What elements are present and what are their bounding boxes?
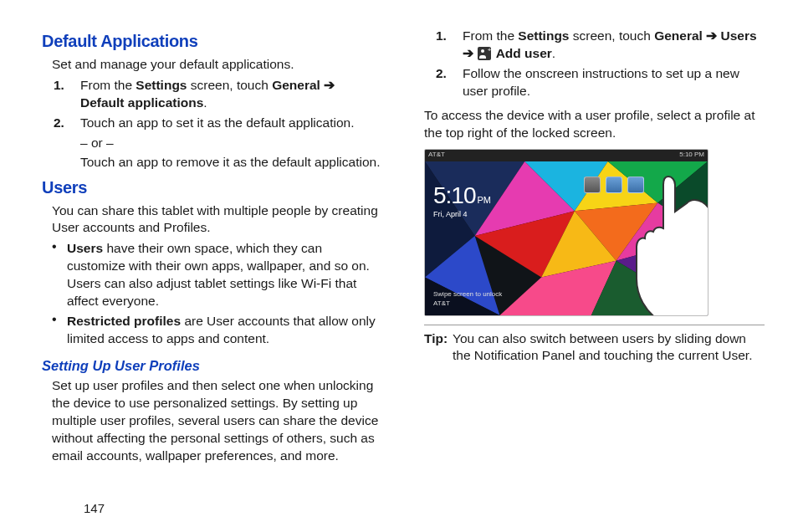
bold-restricted: Restricted profiles (67, 314, 181, 328)
arrow-icon: ➔ (324, 78, 335, 92)
arrow-icon: ➔ (706, 28, 717, 43)
clock-pm: PM (478, 195, 492, 205)
tip-block: Tip: You can also switch between users b… (424, 330, 765, 366)
bold-general: General (272, 78, 320, 92)
bullet-dot: • (52, 240, 67, 310)
step-number: 1. (54, 77, 80, 112)
bullet-body: Users have their own space, which they c… (67, 240, 382, 310)
or-separator: – or – (80, 135, 382, 152)
left-column: Default Applications Set and manage your… (42, 25, 382, 524)
step-number: 2. (54, 115, 80, 132)
step-2-adduser: 2. Follow the onscreen instructions to s… (436, 65, 765, 100)
step-number: 1. (436, 28, 463, 63)
step-2-alt: Touch an app to remove it as the default… (80, 154, 382, 171)
bold-settings: Settings (136, 78, 187, 92)
bold-users: Users (721, 28, 757, 43)
period: . (203, 95, 207, 110)
status-time: 5:10 PM (679, 151, 704, 160)
bold-settings: Settings (518, 28, 569, 43)
arrow-icon: ➔ (463, 46, 473, 60)
pointing-hand-icon (620, 170, 708, 316)
intro-profiles: Set up user profiles and then select one… (42, 377, 382, 465)
text: have their own space, which they can cus… (67, 241, 370, 308)
status-bar: AT&T 5:10 PM (425, 150, 708, 161)
bold-general: General (654, 28, 703, 43)
bold-add-user: Add user (496, 46, 552, 60)
text: screen, touch (187, 78, 272, 92)
step-1-default: 1. From the Settings screen, touch Gener… (54, 77, 382, 112)
heading-setting-up-profiles: Setting Up User Profiles (42, 356, 382, 375)
add-user-icon: + (478, 47, 491, 60)
period: . (552, 46, 555, 60)
page-number: 147 (84, 500, 105, 517)
text: From the (463, 28, 518, 43)
lockscreen-figure: AT&T 5:10 PM (424, 149, 708, 316)
step-body: Touch an app to set it as the default ap… (80, 115, 382, 132)
text: From the (80, 78, 136, 92)
bullet-body: Restricted profiles are User accounts th… (67, 313, 382, 348)
step-body: From the Settings screen, touch General … (463, 28, 765, 63)
step-number: 2. (436, 65, 463, 100)
heading-default-applications: Default Applications (42, 30, 382, 53)
carrier-label: AT&T (428, 151, 445, 160)
avatar-owner (584, 176, 601, 193)
intro-default-apps: Set and manage your default applications… (42, 56, 382, 74)
bold-users: Users (67, 241, 103, 255)
step-2-default: 2. Touch an app to set it as the default… (54, 115, 382, 132)
bold-default-applications: Default applications (80, 95, 203, 110)
step-body: Follow the onscreen instructions to set … (463, 65, 765, 100)
bullet-users: • Users have their own space, which they… (52, 240, 382, 310)
bullet-dot: • (52, 313, 67, 348)
step-1-adduser: 1. From the Settings screen, touch Gener… (436, 28, 765, 63)
right-column: 1. From the Settings screen, touch Gener… (424, 25, 765, 524)
tip-text: You can also switch between users by sli… (453, 330, 765, 366)
text: screen, touch (569, 28, 654, 43)
heading-users: Users (42, 176, 382, 199)
intro-users: You can share this tablet with multiple … (42, 202, 382, 238)
tip-label: Tip: (424, 330, 453, 366)
lockscreen-wallpaper: 5:10PM Fri, April 4 Swipe screen to unlo… (425, 161, 708, 315)
divider (424, 325, 765, 325)
swipe-hint: Swipe screen to unlock AT&T (433, 290, 502, 309)
clock-time: 5:10 (433, 182, 476, 208)
step-body: From the Settings screen, touch General … (80, 77, 382, 112)
bullet-restricted: • Restricted profiles are User accounts … (52, 313, 382, 348)
lock-clock-block: 5:10PM Fri, April 4 (433, 180, 491, 220)
access-profile-text: To access the device with a user profile… (424, 107, 765, 142)
clock-date: Fri, April 4 (433, 209, 491, 219)
